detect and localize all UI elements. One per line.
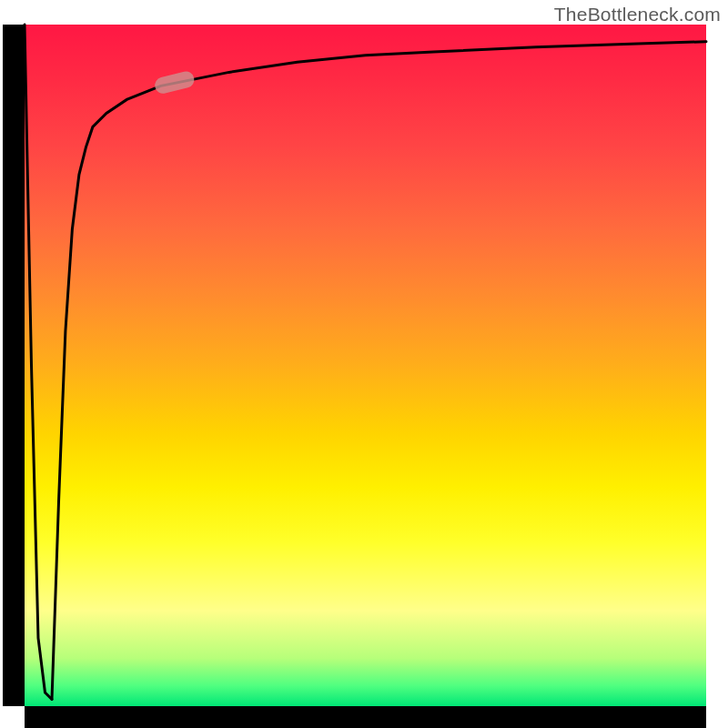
bottleneck-chart: TheBottleneck.com [0,0,728,728]
y-axis [3,25,25,706]
watermark-text: TheBottleneck.com [554,4,721,25]
x-axis [25,706,706,728]
gradient-plot-background [25,25,706,706]
